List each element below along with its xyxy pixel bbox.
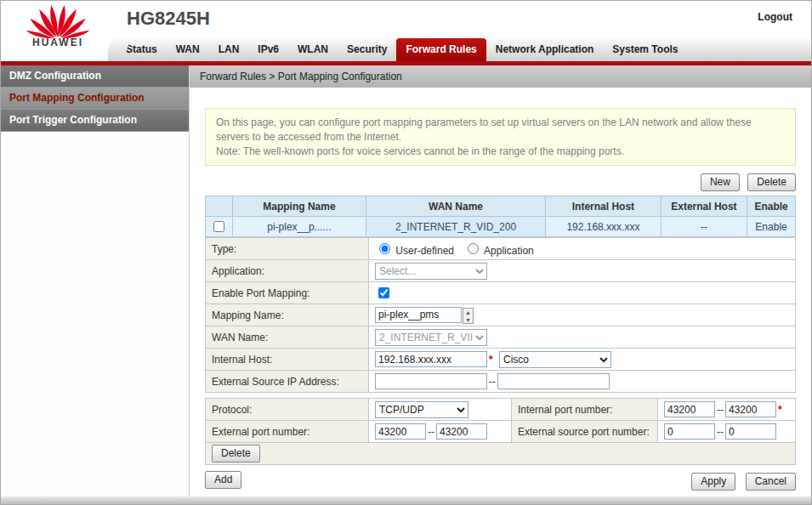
internal-host-device-select[interactable]: Cisco (499, 351, 611, 368)
external-source-ip-label: External Source IP Address: (206, 371, 369, 393)
external-source-ip-start-input[interactable] (375, 373, 487, 389)
brand-text: HUAWEI (8, 37, 108, 48)
row-select-checkbox[interactable] (213, 221, 224, 232)
tab-system-tools[interactable]: System Tools (603, 38, 687, 61)
port-numbers-form: Protocol: TCP/UDP Internal port number: … (205, 398, 796, 465)
tab-network-application[interactable]: Network Application (486, 38, 604, 61)
port-range-separator: -- (428, 426, 434, 438)
internal-port-label: Internal port number: (512, 399, 658, 421)
required-marker: * (778, 404, 782, 416)
table-header-row: Mapping Name WAN Name Internal Host Exte… (206, 196, 796, 217)
accent-bar (1, 61, 811, 65)
cancel-button[interactable]: Cancel (746, 473, 796, 491)
wan-name-select[interactable]: 2_INTERNET_R_VII (375, 329, 487, 346)
tab-security[interactable]: Security (338, 38, 396, 61)
internal-host-input[interactable] (375, 351, 487, 367)
tab-forward-rules[interactable]: Forward Rules (396, 38, 485, 61)
table-row: pi-plex__p...... 2_INTERNET_R_VID_200 19… (206, 217, 796, 237)
col-mapping-name: Mapping Name (232, 196, 366, 217)
delete-button[interactable]: Delete (747, 173, 796, 191)
application-radio-label: Application (484, 245, 534, 257)
application-radio[interactable] (468, 243, 479, 254)
tab-lan[interactable]: LAN (209, 38, 249, 61)
select-column-header (206, 196, 233, 217)
user-defined-radio[interactable] (379, 243, 390, 254)
tab-ipv6[interactable]: IPv6 (248, 38, 288, 61)
info-line-2: Note: The well-known ports for voice ser… (216, 145, 785, 159)
router-admin-page: HG8245H Logout HUAWEI Status WAN LAN IPv… (0, 0, 812, 505)
mapping-form: Type: User-defined Application Applicati… (205, 237, 796, 393)
add-button[interactable]: Add (205, 471, 241, 489)
port-mapping-table: Mapping Name WAN Name Internal Host Exte… (205, 196, 796, 237)
cell-enable: Enable (747, 217, 796, 237)
external-port-from-input[interactable] (375, 423, 426, 440)
enable-port-mapping-checkbox[interactable] (378, 287, 389, 298)
row-delete-button[interactable]: Delete (212, 445, 260, 462)
header: HG8245H Logout (1, 1, 811, 38)
sidebar-item-port-mapping-configuration[interactable]: Port Mapping Configuration (1, 88, 189, 110)
col-enable: Enable (747, 196, 796, 217)
cell-mapping-name: pi-plex__p...... (232, 217, 366, 237)
mapping-name-label: Mapping Name: (206, 304, 369, 326)
application-label: Application: (206, 260, 369, 282)
info-box: On this page, you can configure port map… (205, 108, 796, 166)
ip-range-separator: -- (489, 376, 496, 388)
wan-name-label: WAN Name: (206, 326, 369, 349)
application-select[interactable]: Select... (375, 263, 487, 280)
breadcrumb: Forward Rules > Port Mapping Configurati… (190, 65, 811, 88)
type-application-option[interactable]: Application (463, 245, 533, 257)
window-bottom-edge (1, 496, 811, 504)
external-source-port-to-input[interactable] (725, 423, 776, 440)
apply-row: Apply Cancel (684, 473, 796, 491)
main-nav: Status WAN LAN IPv6 WLAN Security Forwar… (116, 38, 811, 61)
huawei-flower-icon (25, 3, 91, 38)
cell-internal-host: 192.168.xxx.xxx (546, 217, 662, 237)
logout-link[interactable]: Logout (758, 11, 792, 23)
user-defined-label: User-defined (395, 245, 454, 257)
protocol-label: Protocol: (206, 399, 369, 421)
type-label: Type: (206, 238, 369, 260)
tab-status[interactable]: Status (116, 38, 167, 61)
required-marker: * (489, 354, 493, 366)
port-range-separator: -- (717, 426, 724, 438)
sidebar-item-port-trigger-configuration[interactable]: Port Trigger Configuration (1, 110, 189, 132)
external-source-port-from-input[interactable] (664, 423, 715, 440)
external-source-port-label: External source port number: (512, 421, 658, 443)
col-external-host: External Host (661, 196, 747, 217)
cell-external-host: -- (661, 217, 747, 237)
external-port-to-input[interactable] (436, 423, 487, 440)
port-range-separator: -- (717, 404, 724, 416)
mapping-name-input[interactable] (375, 307, 462, 323)
sidebar: DMZ Configuration Port Mapping Configura… (1, 65, 190, 504)
col-internal-host: Internal Host (546, 196, 662, 217)
toolbar: New Delete (205, 173, 796, 191)
protocol-select[interactable]: TCP/UDP (375, 401, 468, 418)
type-user-defined-option[interactable]: User-defined (375, 245, 457, 257)
main-content: On this page, you can configure port map… (190, 88, 811, 504)
enable-port-mapping-label: Enable Port Mapping: (206, 282, 369, 304)
internal-port-from-input[interactable] (664, 401, 715, 417)
sidebar-item-dmz-configuration[interactable]: DMZ Configuration (1, 65, 189, 88)
new-button[interactable]: New (701, 173, 740, 191)
col-wan-name: WAN Name (366, 196, 545, 217)
internal-host-label: Internal Host: (206, 349, 369, 371)
cell-wan-name: 2_INTERNET_R_VID_200 (366, 217, 545, 237)
internal-port-to-input[interactable] (725, 401, 776, 417)
external-port-label: External port number: (206, 421, 369, 443)
external-source-ip-end-input[interactable] (497, 373, 610, 389)
page-title: HG8245H (127, 8, 210, 30)
apply-button[interactable]: Apply (691, 473, 735, 491)
tab-wlan[interactable]: WLAN (288, 38, 338, 61)
tab-wan[interactable]: WAN (167, 38, 209, 61)
spinner-icon[interactable]: ▴▾ (463, 308, 474, 324)
info-line-1: On this page, you can configure port map… (216, 116, 785, 145)
huawei-logo: HUAWEI (8, 3, 108, 62)
